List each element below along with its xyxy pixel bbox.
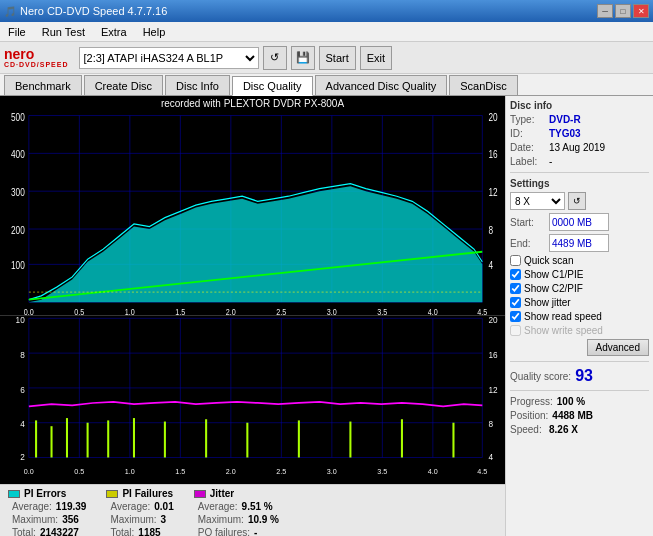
speed-refresh-btn[interactable]: ↺ bbox=[568, 192, 586, 210]
toolbar: nero CD·DVD/SPEED [2:3] ATAPI iHAS324 A … bbox=[0, 42, 653, 74]
show-c1-pie-label: Show C1/PIE bbox=[524, 269, 583, 280]
refresh-button[interactable]: ↺ bbox=[263, 46, 287, 70]
tab-disc-quality[interactable]: Disc Quality bbox=[232, 76, 313, 96]
max-label2: Maximum: bbox=[110, 514, 156, 525]
advanced-button[interactable]: Advanced bbox=[587, 339, 649, 356]
tab-disc-info[interactable]: Disc Info bbox=[165, 75, 230, 95]
disc-date-row: Date: 13 Aug 2019 bbox=[510, 142, 649, 153]
show-write-speed-checkbox[interactable] bbox=[510, 325, 521, 336]
show-jitter-checkbox[interactable] bbox=[510, 297, 521, 308]
max-label: Maximum: bbox=[12, 514, 58, 525]
exit-button[interactable]: Exit bbox=[360, 46, 392, 70]
svg-text:3.5: 3.5 bbox=[377, 466, 387, 476]
svg-text:1.5: 1.5 bbox=[175, 307, 185, 315]
svg-text:200: 200 bbox=[11, 225, 25, 236]
show-read-speed-row: Show read speed bbox=[510, 311, 649, 322]
svg-text:300: 300 bbox=[11, 187, 25, 198]
position-value: 4488 MB bbox=[552, 410, 593, 421]
right-panel: Disc info Type: DVD-R ID: TYG03 Date: 13… bbox=[505, 96, 653, 536]
total-label2: Total: bbox=[110, 527, 134, 536]
svg-text:1.0: 1.0 bbox=[125, 307, 135, 315]
speed2-row: Speed: 8.26 X bbox=[510, 424, 649, 435]
drive-select[interactable]: [2:3] ATAPI iHAS324 A BL1P bbox=[79, 47, 259, 69]
menu-file[interactable]: File bbox=[4, 24, 30, 40]
show-write-speed-label: Show write speed bbox=[524, 325, 603, 336]
divider3 bbox=[510, 390, 649, 391]
pi-errors-label: PI Errors bbox=[24, 488, 66, 499]
svg-text:10: 10 bbox=[16, 316, 25, 325]
tab-create-disc[interactable]: Create Disc bbox=[84, 75, 163, 95]
titlebar-left: 🎵 Nero CD-DVD Speed 4.7.7.16 bbox=[4, 5, 167, 17]
divider2 bbox=[510, 361, 649, 362]
svg-text:12: 12 bbox=[489, 187, 498, 198]
settings-title: Settings bbox=[510, 178, 649, 189]
jitter-max: 10.9 % bbox=[248, 514, 279, 525]
show-c1-pie-row: Show C1/PIE bbox=[510, 269, 649, 280]
close-button[interactable]: ✕ bbox=[633, 4, 649, 18]
position-row: Position: 4488 MB bbox=[510, 410, 649, 421]
quality-score-value: 93 bbox=[575, 367, 593, 385]
titlebar-title: Nero CD-DVD Speed 4.7.7.16 bbox=[20, 5, 167, 17]
save-button[interactable]: 💾 bbox=[291, 46, 315, 70]
menu-extra[interactable]: Extra bbox=[97, 24, 131, 40]
svg-text:0.0: 0.0 bbox=[24, 466, 34, 476]
svg-text:500: 500 bbox=[11, 113, 25, 123]
disc-label-row: Label: - bbox=[510, 156, 649, 167]
svg-text:4: 4 bbox=[489, 451, 494, 462]
show-c2-pif-checkbox[interactable] bbox=[510, 283, 521, 294]
svg-text:0.5: 0.5 bbox=[74, 466, 84, 476]
speed-row: 8 X Maximum 4 X 16 X ↺ bbox=[510, 192, 649, 210]
disc-label-label: Label: bbox=[510, 156, 545, 167]
total-label: Total: bbox=[12, 527, 36, 536]
tab-benchmark[interactable]: Benchmark bbox=[4, 75, 82, 95]
svg-text:4.0: 4.0 bbox=[428, 466, 438, 476]
show-read-speed-checkbox[interactable] bbox=[510, 311, 521, 322]
po-failures-value: - bbox=[254, 527, 257, 536]
end-input[interactable] bbox=[549, 234, 609, 252]
start-label: Start: bbox=[510, 217, 545, 228]
svg-text:4.5: 4.5 bbox=[477, 307, 487, 315]
tab-scandisc[interactable]: ScanDisc bbox=[449, 75, 517, 95]
menu-help[interactable]: Help bbox=[139, 24, 170, 40]
avg-label3: Average: bbox=[198, 501, 238, 512]
disc-label-value: - bbox=[549, 156, 552, 167]
svg-text:1.0: 1.0 bbox=[125, 466, 135, 476]
start-input[interactable] bbox=[549, 213, 609, 231]
chart-title: recorded with PLEXTOR DVDR PX-800A bbox=[0, 96, 505, 111]
start-row: Start: bbox=[510, 213, 649, 231]
pi-failures-label: PI Failures bbox=[122, 488, 173, 499]
maximize-button[interactable]: □ bbox=[615, 4, 631, 18]
titlebar-buttons: ─ □ ✕ bbox=[597, 4, 649, 18]
tabs: Benchmark Create Disc Disc Info Disc Qua… bbox=[0, 74, 653, 96]
svg-text:2.5: 2.5 bbox=[276, 466, 286, 476]
show-c2-pif-label: Show C2/PIF bbox=[524, 283, 583, 294]
svg-text:4: 4 bbox=[489, 261, 494, 272]
svg-text:3.0: 3.0 bbox=[327, 307, 337, 315]
start-button[interactable]: Start bbox=[319, 46, 356, 70]
tab-advanced-disc-quality[interactable]: Advanced Disc Quality bbox=[315, 75, 448, 95]
svg-text:4.5: 4.5 bbox=[477, 466, 487, 476]
main-content: recorded with PLEXTOR DVDR PX-800A bbox=[0, 96, 653, 536]
svg-text:400: 400 bbox=[11, 150, 25, 161]
svg-text:8: 8 bbox=[489, 225, 494, 236]
speed-select[interactable]: 8 X Maximum 4 X 16 X bbox=[510, 192, 565, 210]
svg-text:0.0: 0.0 bbox=[24, 307, 34, 315]
menu-run-test[interactable]: Run Test bbox=[38, 24, 89, 40]
type-label: Type: bbox=[510, 114, 545, 125]
disc-type-row: Type: DVD-R bbox=[510, 114, 649, 125]
minimize-button[interactable]: ─ bbox=[597, 4, 613, 18]
end-label: End: bbox=[510, 238, 545, 249]
avg-label: Average: bbox=[12, 501, 52, 512]
svg-text:8: 8 bbox=[489, 419, 494, 430]
svg-text:16: 16 bbox=[489, 349, 498, 360]
quality-score-label: Quality score: bbox=[510, 371, 571, 382]
quick-scan-checkbox[interactable] bbox=[510, 255, 521, 266]
pi-errors-max: 356 bbox=[62, 514, 79, 525]
show-c1-pie-checkbox[interactable] bbox=[510, 269, 521, 280]
titlebar: 🎵 Nero CD-DVD Speed 4.7.7.16 ─ □ ✕ bbox=[0, 0, 653, 22]
svg-text:16: 16 bbox=[489, 150, 498, 161]
quick-scan-row: Quick scan bbox=[510, 255, 649, 266]
pi-failures-avg: 0.01 bbox=[154, 501, 173, 512]
menubar: File Run Test Extra Help bbox=[0, 22, 653, 42]
show-read-speed-label: Show read speed bbox=[524, 311, 602, 322]
